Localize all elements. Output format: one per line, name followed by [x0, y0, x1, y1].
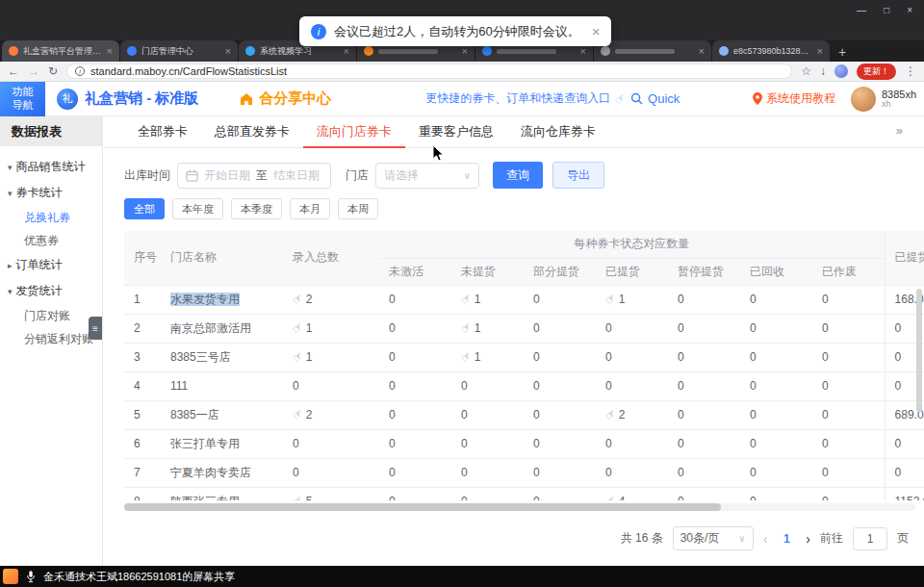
tab-重要客户信息[interactable]: 重要客户信息 — [405, 116, 507, 148]
back-icon[interactable]: ← — [8, 65, 19, 77]
range-button[interactable]: 本季度 — [231, 198, 282, 219]
goto-page-input[interactable] — [853, 527, 887, 550]
date-range-input[interactable]: 开始日期 至 结束日期 — [177, 163, 331, 189]
cell-status[interactable]: ☞1 — [451, 285, 524, 314]
table-row[interactable]: 7宁夏羊肉专卖店000000000 — [124, 458, 924, 487]
table-row[interactable]: 4111000000000 — [124, 371, 924, 400]
tab-close-icon[interactable]: × — [225, 46, 231, 57]
quick-search[interactable]: 更快捷的券卡、订单和快递查询入口 ☞ Quick — [425, 90, 680, 107]
tab-流向门店券卡[interactable]: 流向门店券卡 — [303, 116, 405, 148]
reload-icon[interactable]: ↻ — [48, 65, 58, 77]
cell-status[interactable]: ☞1 — [451, 314, 524, 343]
sidebar-item[interactable]: ▸订单统计 — [0, 252, 102, 278]
tab-close-icon[interactable]: × — [462, 46, 468, 57]
new-tab-button[interactable]: + — [831, 42, 854, 62]
browser-menu-icon[interactable]: ⋮ — [905, 65, 916, 77]
prev-page-button[interactable]: ‹ — [763, 531, 768, 547]
cell-status: 0 — [668, 285, 740, 314]
horizontal-scrollbar[interactable] — [124, 503, 915, 511]
store-select[interactable]: 请选择 ∨ — [375, 163, 479, 189]
table-row[interactable]: 8陕西张三专用☞5000☞40001152.0 — [124, 487, 924, 500]
url-text: standard.maboy.cn/CardFlowStatisticsList — [90, 65, 287, 77]
share-center-link[interactable]: 合分享中心 — [239, 89, 331, 108]
download-icon[interactable]: ↓ — [820, 65, 826, 77]
sidebar-item[interactable]: ▾商品销售统计 — [0, 154, 102, 180]
sidebar-item[interactable]: ▾券卡统计 — [0, 180, 102, 206]
table-row[interactable]: 2南京总部激活用☞10☞1000000 — [124, 314, 924, 343]
tab-close-icon[interactable]: × — [817, 46, 823, 57]
user-info[interactable]: 8385xh xh — [851, 87, 916, 112]
cell-amount: 1152.0 — [885, 487, 924, 500]
function-nav-button[interactable]: 功能 导航 — [0, 82, 45, 116]
username: 8385xh — [882, 89, 916, 100]
mic-icon[interactable] — [26, 570, 36, 583]
pointer-icon: ☞ — [458, 348, 475, 366]
mouse-cursor — [432, 144, 444, 163]
cell-store: 宁夏羊肉专卖店 — [161, 458, 283, 487]
export-button[interactable]: 导出 — [552, 162, 604, 189]
cell-status: 0 — [524, 343, 596, 371]
cell-total[interactable]: ☞1 — [283, 314, 379, 343]
sidebar-subitem[interactable]: 分销返利对账 — [0, 327, 102, 350]
sidebar-item[interactable]: ▾发货统计 — [0, 278, 102, 304]
forward-icon[interactable]: → — [28, 65, 39, 77]
collapse-panel-icon[interactable]: » — [896, 123, 903, 138]
search-button[interactable]: 查询 — [493, 162, 543, 189]
range-button[interactable]: 本年度 — [172, 198, 223, 219]
cell-total[interactable]: ☞2 — [283, 400, 379, 429]
tab-全部券卡[interactable]: 全部券卡 — [124, 116, 201, 148]
window-controls: — □ × — [857, 5, 912, 15]
calendar-icon — [186, 169, 198, 182]
window-maximize-button[interactable]: □ — [884, 5, 889, 15]
site-info-icon[interactable]: i — [75, 66, 85, 76]
range-button[interactable]: 全部 — [124, 198, 165, 219]
cell-status: 0 — [451, 371, 524, 400]
tab-流向仓库券卡[interactable]: 流向仓库券卡 — [507, 116, 609, 148]
browser-update-button[interactable]: 更新！ — [857, 64, 896, 80]
sidebar-collapse-handle[interactable]: ≡ — [89, 317, 102, 340]
tab-title — [378, 46, 457, 56]
table-row[interactable]: 58385一店☞2000☞2000689.0 — [124, 400, 924, 429]
browser-tab[interactable]: e8c573980b1328a258fd2e6l× — [712, 40, 830, 62]
browser-profile-avatar[interactable] — [834, 64, 848, 78]
cell-status[interactable]: ☞4 — [596, 487, 668, 500]
window-minimize-button[interactable]: — — [857, 5, 866, 15]
window-close-button[interactable]: × — [907, 5, 912, 15]
cell-total[interactable]: ☞1 — [283, 343, 379, 371]
pointer-icon: ☞ — [458, 319, 475, 337]
cell-total[interactable]: ☞5 — [283, 487, 379, 500]
tab-总部直发券卡[interactable]: 总部直发券卡 — [201, 116, 303, 148]
sidebar-subitem[interactable]: 优惠券 — [0, 229, 102, 252]
sidebar-subitem[interactable]: 门店对账 — [0, 304, 102, 327]
scrollbar-thumb[interactable] — [124, 503, 721, 511]
cell-status[interactable]: ☞2 — [596, 400, 668, 429]
page-size-select[interactable]: 30条/页 ∨ — [673, 526, 754, 550]
main-content: 全部券卡总部直发券卡流向门店券卡重要客户信息流向仓库券卡 » 出库时间 开始日期… — [104, 116, 924, 566]
vertical-scrollbar[interactable] — [916, 289, 922, 412]
tutorial-link[interactable]: 系统使用教程 — [753, 90, 835, 107]
browser-tab[interactable]: 礼盒营销平台管理中心× — [2, 40, 119, 62]
table-row[interactable]: 38385三号店☞10☞1000000 — [124, 343, 924, 371]
cell-status[interactable]: ☞1 — [596, 285, 668, 314]
next-page-button[interactable]: › — [806, 531, 810, 547]
toast-close-icon[interactable]: × — [592, 23, 601, 39]
tab-close-icon[interactable]: × — [107, 46, 113, 57]
cell-status: 0 — [596, 314, 668, 343]
bookmark-star-icon[interactable]: ☆ — [801, 65, 811, 77]
tab-close-icon[interactable]: × — [344, 46, 349, 57]
content-tabs: 全部券卡总部直发券卡流向门店券卡重要客户信息流向仓库券卡 » — [104, 116, 924, 148]
browser-tab[interactable]: 门店管理中心× — [120, 40, 238, 62]
pointer-icon: ☞ — [290, 291, 306, 308]
table-row[interactable]: 1水果发货专用☞20☞10☞1000168.0 — [124, 285, 924, 314]
range-button[interactable]: 本月 — [290, 198, 330, 219]
page-number[interactable]: 1 — [777, 532, 796, 546]
range-button[interactable]: 本周 — [338, 198, 378, 219]
sidebar-subitem[interactable]: 兑换礼券 — [0, 206, 102, 229]
table-row[interactable]: 6张三打单专用000000000 — [124, 429, 924, 458]
tab-close-icon[interactable]: × — [580, 46, 586, 57]
tab-close-icon[interactable]: × — [699, 46, 705, 57]
browser-tab[interactable]: × — [594, 40, 711, 62]
cell-status[interactable]: ☞1 — [451, 343, 524, 371]
cell-total[interactable]: ☞2 — [283, 285, 379, 314]
address-bar[interactable]: i standard.maboy.cn/CardFlowStatisticsLi… — [66, 64, 792, 79]
